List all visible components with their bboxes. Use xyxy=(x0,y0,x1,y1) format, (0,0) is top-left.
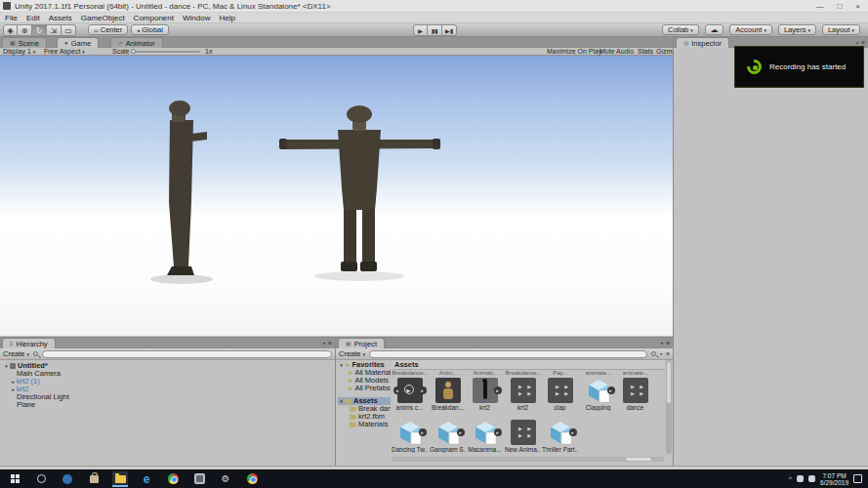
step-button[interactable]: ▶▮ xyxy=(442,24,457,36)
collab-dropdown[interactable]: Collab ▾ xyxy=(662,24,699,35)
menu-gameobject[interactable]: GameObject xyxy=(81,14,125,22)
speaker-icon[interactable] xyxy=(808,475,815,482)
tab-project[interactable]: ▤ Project xyxy=(338,338,385,348)
tab-game[interactable]: ● Game xyxy=(57,37,99,48)
menu-edit[interactable]: Edit xyxy=(26,14,40,22)
cortana-button[interactable] xyxy=(60,471,75,487)
project-vertical-scrollbar[interactable] xyxy=(666,360,672,454)
hierarchy-search-input[interactable] xyxy=(42,350,332,358)
asset-tile-new-animation[interactable]: ▶ ▶▶ ▶ New Anima... xyxy=(505,420,541,453)
taskbar-clock[interactable]: 7:07 PM 6/29/2019 xyxy=(820,472,848,486)
panel-lock-icon[interactable]: ▪ xyxy=(856,39,858,46)
panel-lock-icon[interactable]: ▪ xyxy=(323,340,325,346)
expand-subassets-icon[interactable]: ▸ xyxy=(607,386,615,394)
rotate-tool-button[interactable]: ↻ xyxy=(32,24,47,36)
maximize-button[interactable]: □ xyxy=(837,2,842,11)
file-explorer-button[interactable] xyxy=(112,471,128,487)
aspect-dropdown[interactable]: Free Aspect ▾ xyxy=(44,48,85,56)
space-toggle-button[interactable]: ● Global xyxy=(131,24,169,35)
menu-help[interactable]: Help xyxy=(219,14,234,22)
expand-subassets-icon[interactable]: ▸ xyxy=(569,428,577,436)
hierarchy-create-button[interactable]: Create▾ xyxy=(3,349,29,358)
maximize-on-play-button[interactable]: Maximize On Play xyxy=(547,48,601,56)
panel-menu-icon[interactable]: ≡ xyxy=(861,39,865,46)
search-taskbar-button[interactable] xyxy=(33,471,49,487)
browser2-button[interactable] xyxy=(244,471,260,487)
asset-tile-clap[interactable]: ▶ ▶▶ ▶ clap xyxy=(542,378,578,411)
next-arrow-icon[interactable]: ▸ xyxy=(419,386,427,394)
asset-tile-gangnam-style[interactable]: ▸ Gangnam S... xyxy=(430,420,466,453)
shield-icon[interactable] xyxy=(797,475,804,482)
layers-dropdown[interactable]: Layers ▾ xyxy=(778,24,816,35)
asset-tile-thriller-part[interactable]: ▸ Thriller Part... xyxy=(542,420,578,453)
action-center-icon[interactable] xyxy=(853,474,862,483)
panel-menu-icon[interactable]: ≡ xyxy=(328,340,332,346)
menu-file[interactable]: File xyxy=(5,14,18,22)
expand-arrow-icon[interactable]: ▸ xyxy=(10,378,17,386)
expand-arrow-icon[interactable]: ▾ xyxy=(338,397,345,405)
scale-tool-button[interactable]: ⇲ xyxy=(47,24,62,36)
game-view[interactable] xyxy=(0,56,673,336)
expand-subassets-icon[interactable]: ▸ xyxy=(494,428,502,436)
pause-button[interactable]: ▮▮ xyxy=(428,24,442,36)
tab-scene[interactable]: ▦ Scene xyxy=(2,37,47,48)
asset-tile-anims[interactable]: ▶ ◂ ▸ anims c... xyxy=(392,378,428,411)
asset-tile-breakdance[interactable]: Breakdan... xyxy=(430,378,466,411)
cloud-button[interactable]: ☁ xyxy=(705,24,724,35)
tray-expand-icon[interactable]: ^ xyxy=(789,475,792,482)
project-create-button[interactable]: Create▾ xyxy=(339,349,365,358)
account-dropdown[interactable]: Account ▾ xyxy=(729,24,772,35)
menu-component[interactable]: Component xyxy=(134,14,174,22)
scrollbar-thumb[interactable] xyxy=(667,362,671,403)
pivot-toggle-button[interactable]: ▭ Center xyxy=(88,24,128,35)
scrollbar-thumb[interactable] xyxy=(626,458,651,461)
hierarchy-item-krt2-1[interactable]: ▸ krt2 (1) xyxy=(3,378,332,386)
expand-subassets-icon[interactable]: ▸ xyxy=(494,386,502,394)
asset-tile-clapping[interactable]: ▸ Clapping xyxy=(580,378,616,411)
project-fav-all-prefabs[interactable]: ★ All Prefabs xyxy=(338,385,391,392)
scale-slider[interactable] xyxy=(132,51,200,53)
expand-arrow-icon[interactable]: ▸ xyxy=(10,386,17,393)
rect-tool-button[interactable]: ▭ xyxy=(62,24,76,36)
asset-tile-dance[interactable]: ▶ ▶▶ ▶ dance xyxy=(617,378,653,411)
panel-lock-icon[interactable]: ▪ xyxy=(660,350,662,357)
scale-slider-knob[interactable] xyxy=(131,49,136,54)
hierarchy-item-directional-light[interactable]: Directional Light xyxy=(3,393,332,401)
hierarchy-item-main-camera[interactable]: Main Camera xyxy=(3,370,332,378)
hand-tool-button[interactable]: ◈ xyxy=(3,24,18,36)
menu-assets[interactable]: Assets xyxy=(49,14,72,22)
tab-hierarchy[interactable]: ≡ Hierarchy xyxy=(2,338,56,348)
project-horizontal-scrollbar[interactable] xyxy=(392,457,664,462)
expand-subassets-icon[interactable]: ▸ xyxy=(457,428,465,436)
recording-notification[interactable]: Recording has started xyxy=(734,46,864,88)
expand-arrow-icon[interactable]: ▾ xyxy=(338,361,345,369)
stats-button[interactable]: Stats xyxy=(638,48,653,56)
edge-button[interactable]: e xyxy=(139,471,154,487)
panel-menu-icon[interactable]: ≡ xyxy=(666,350,670,357)
menu-window[interactable]: Window xyxy=(183,14,210,22)
settings-button[interactable]: ⚙ xyxy=(218,471,233,487)
panel-lock-icon[interactable]: ▪ xyxy=(661,340,663,346)
asset-tile-macarena[interactable]: ▸ Macarena... xyxy=(467,420,503,453)
panel-menu-icon[interactable]: ≡ xyxy=(666,340,670,346)
store-button[interactable] xyxy=(86,471,102,487)
project-search-input[interactable] xyxy=(369,350,647,358)
move-tool-button[interactable]: ⊕ xyxy=(18,24,32,36)
expand-subassets-icon[interactable]: ▸ xyxy=(419,428,427,436)
prev-arrow-icon[interactable]: ◂ xyxy=(393,386,401,394)
tab-animator[interactable]: ▱ Animator xyxy=(110,37,163,48)
play-button[interactable]: ▶ xyxy=(413,24,428,36)
app-button[interactable] xyxy=(191,471,207,487)
tab-inspector[interactable]: ◎ Inspector xyxy=(676,37,729,48)
mute-audio-button[interactable]: Mute Audio xyxy=(599,48,634,56)
minimize-button[interactable]: — xyxy=(815,2,823,11)
layout-dropdown[interactable]: Layout ▾ xyxy=(822,24,860,35)
asset-tile-krt2-anim[interactable]: ▶ ▶▶ ▶ krt2 xyxy=(505,378,541,411)
asset-tile-dancing-twerk[interactable]: ▸ Dancing Tw... xyxy=(392,420,428,453)
hierarchy-item-plane[interactable]: Plane xyxy=(3,401,332,409)
project-folder-materials[interactable]: Materials xyxy=(338,421,391,428)
close-button[interactable]: × xyxy=(855,2,860,11)
start-button[interactable] xyxy=(7,471,22,487)
chrome-button[interactable] xyxy=(165,471,181,487)
expand-arrow-icon[interactable]: ▾ xyxy=(3,362,10,370)
